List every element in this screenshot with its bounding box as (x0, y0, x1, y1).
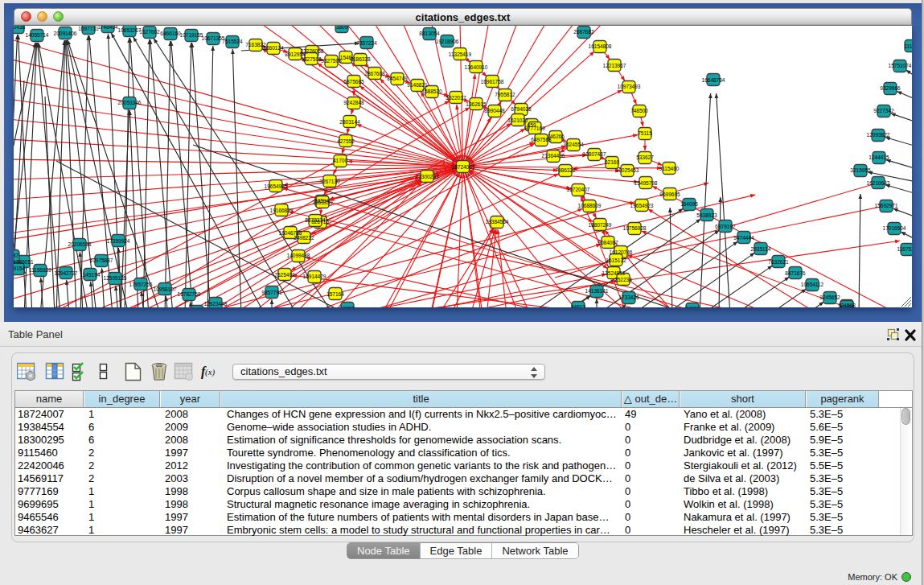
svg-text:(x): (x) (205, 367, 216, 377)
svg-text:8186328: 8186328 (350, 56, 371, 62)
svg-text:13640910: 13640910 (465, 64, 488, 70)
svg-text:9474444: 9474444 (733, 235, 754, 241)
svg-text:12213967: 12213967 (603, 63, 626, 68)
svg-text:11325419: 11325419 (449, 51, 472, 57)
svg-text:16648784: 16648784 (702, 77, 725, 83)
svg-text:10807487: 10807487 (583, 151, 606, 157)
svg-text:1615132: 1615132 (606, 257, 626, 263)
svg-text:7955812: 7955812 (495, 92, 515, 97)
svg-text:6879197: 6879197 (715, 224, 736, 229)
svg-text:6794028: 6794028 (511, 106, 532, 112)
svg-text:20438: 20438 (14, 26, 25, 30)
svg-text:7632621: 7632621 (768, 259, 789, 265)
svg-text:7357224: 7357224 (356, 40, 377, 46)
svg-text:75115: 75115 (638, 130, 652, 136)
svg-text:748500: 748500 (630, 108, 648, 113)
svg-text:21364436: 21364436 (542, 153, 565, 159)
svg-text:17957255: 17957255 (129, 282, 153, 287)
svg-text:94613: 94613 (571, 304, 585, 307)
svg-text:533627: 533627 (636, 154, 654, 160)
svg-text:11123: 11123 (904, 43, 912, 49)
svg-text:1733426: 1733426 (618, 295, 639, 300)
svg-text:17016504: 17016504 (883, 225, 906, 231)
svg-text:157164: 157164 (326, 291, 344, 297)
svg-text:20053346: 20053346 (118, 100, 142, 105)
svg-text:8878334: 8878334 (305, 217, 326, 223)
svg-text:10025453: 10025453 (616, 167, 639, 173)
svg-text:19218906: 19218906 (436, 39, 459, 44)
svg-text:7515524: 7515524 (222, 39, 243, 44)
svg-text:8660124: 8660124 (263, 45, 284, 51)
svg-text:23226058: 23226058 (301, 48, 324, 54)
svg-text:62160: 62160 (605, 159, 619, 165)
svg-text:3267130: 3267130 (319, 179, 340, 184)
svg-text:2803144: 2803144 (339, 119, 360, 125)
svg-text:3624554: 3624554 (563, 142, 584, 147)
svg-text:10688609: 10688609 (578, 203, 602, 208)
svg-text:9146821: 9146821 (407, 82, 428, 88)
svg-text:5887: 5887 (14, 253, 19, 258)
svg-text:1748404: 1748404 (97, 26, 118, 30)
svg-text:1167533: 1167533 (897, 246, 912, 252)
svg-text:10653267: 10653267 (118, 27, 142, 33)
svg-text:1097731: 1097731 (78, 26, 99, 31)
svg-text:12505135: 12505135 (104, 275, 127, 281)
svg-text:14055714: 14055714 (26, 32, 49, 38)
svg-text:9699695: 9699695 (659, 192, 680, 197)
svg-text:10975887: 10975887 (90, 257, 113, 263)
svg-text:92456: 92456 (840, 304, 854, 307)
svg-text:427552: 427552 (337, 138, 355, 144)
svg-text:10958107: 10958107 (154, 286, 177, 292)
svg-text:15692971: 15692971 (875, 203, 898, 208)
svg-text:15751074: 15751074 (889, 63, 912, 68)
svg-text:9327508: 9327508 (321, 58, 342, 64)
svg-text:1353359: 1353359 (312, 200, 333, 205)
svg-text:9245652: 9245652 (819, 295, 840, 300)
svg-text:9115460: 9115460 (659, 166, 680, 171)
svg-text:9329966: 9329966 (880, 85, 901, 91)
svg-text:16154808: 16154808 (589, 43, 612, 49)
svg-text:84531: 84531 (685, 306, 700, 307)
svg-text:1362615: 1362615 (466, 101, 487, 107)
svg-text:7986322: 7986322 (555, 167, 576, 173)
svg-text:746266: 746266 (547, 134, 565, 139)
svg-text:5322037: 5322037 (446, 95, 466, 101)
svg-text:1621022: 1621022 (507, 117, 528, 123)
svg-text:18724007: 18724007 (452, 164, 475, 170)
svg-text:8813054: 8813054 (419, 31, 440, 36)
svg-text:9857791: 9857791 (261, 290, 282, 295)
svg-text:20206538: 20206538 (68, 241, 92, 247)
svg-text:16782759: 16782759 (178, 291, 201, 297)
svg-text:1244415: 1244415 (869, 154, 889, 160)
svg-text:8454749: 8454749 (387, 76, 408, 81)
svg-text:14099488: 14099488 (287, 253, 310, 258)
svg-text:16210643: 16210643 (867, 180, 890, 186)
svg-text:19654923: 19654923 (630, 203, 654, 208)
svg-text:9242848: 9242848 (343, 100, 364, 105)
svg-text:13524851: 13524851 (602, 270, 626, 276)
svg-text:9227342: 9227342 (873, 108, 894, 113)
svg-text:15495798: 15495798 (634, 180, 658, 186)
svg-text:12942737: 12942737 (55, 270, 78, 276)
svg-text:18807249: 18807249 (589, 222, 612, 228)
svg-text:5875685: 5875685 (343, 79, 364, 84)
svg-text:23300233: 23300233 (416, 174, 439, 179)
svg-text:1527602: 1527602 (139, 29, 160, 35)
svg-text:3215955: 3215955 (850, 167, 871, 173)
svg-text:252234: 252234 (614, 277, 632, 282)
svg-text:7625402: 7625402 (274, 272, 295, 278)
svg-text:41700: 41700 (333, 158, 347, 163)
svg-text:3809: 3809 (336, 26, 348, 30)
svg-text:1145194: 1145194 (80, 272, 101, 278)
svg-text:16120746: 16120746 (610, 249, 633, 255)
svg-text:5938923: 5938923 (696, 212, 717, 218)
svg-text:2867608: 2867608 (364, 71, 385, 76)
svg-text:9084067: 9084067 (598, 240, 618, 245)
svg-text:12093822: 12093822 (867, 132, 890, 138)
svg-text:1588520: 1588520 (421, 89, 442, 94)
svg-text:3498222: 3498222 (294, 235, 314, 241)
svg-text:10756928: 10756928 (623, 225, 647, 231)
svg-text:9827508: 9827508 (301, 56, 322, 62)
svg-text:14136141: 14136141 (585, 288, 609, 294)
svg-text:12923448: 12923448 (204, 301, 228, 307)
